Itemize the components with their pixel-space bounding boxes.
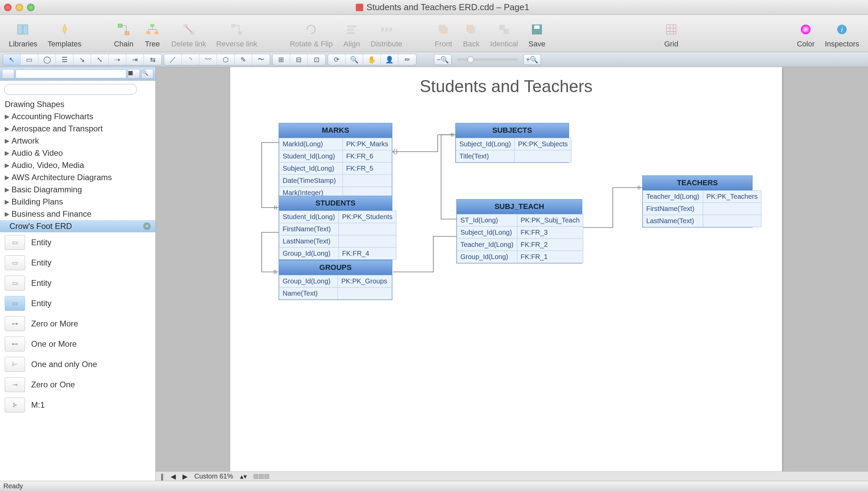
sidebar-filter-input[interactable] <box>16 69 126 78</box>
hand-tool[interactable]: ✋ <box>363 54 381 65</box>
erd-table-students[interactable]: STUDENTS Student_Id(Long)PK:PK_Students … <box>279 196 392 260</box>
page[interactable]: Students and Teachers <box>230 67 782 481</box>
grid-button[interactable]: Grid <box>658 20 684 50</box>
svg-rect-11 <box>347 25 356 27</box>
category-audio-video[interactable]: ▶Audio & Video <box>0 147 155 159</box>
snap3-tool[interactable]: ⊡ <box>308 54 325 65</box>
shape-entity-2[interactable]: ▭Entity <box>0 253 155 273</box>
connector2-tool[interactable]: ⤡ <box>91 54 109 65</box>
category-aerospace[interactable]: ▶Aerospace and Transport <box>0 123 155 135</box>
svg-rect-10 <box>238 31 242 35</box>
zoom-in-button[interactable]: +🔍 <box>523 54 541 65</box>
chain-button[interactable]: Chain <box>110 20 137 50</box>
align-button[interactable]: Align <box>339 20 365 50</box>
svg-rect-9 <box>231 24 235 27</box>
close-icon[interactable]: × <box>143 222 151 230</box>
sidebar-grid-view[interactable]: ▦ <box>128 69 140 79</box>
svg-point-27 <box>801 25 810 34</box>
line-tool[interactable]: ／ <box>164 54 182 65</box>
svg-rect-6 <box>154 31 158 34</box>
rotate-flip-button[interactable]: Rotate & Flip <box>286 20 337 50</box>
pause-icon[interactable]: ‖ <box>158 472 166 481</box>
zoom-label[interactable]: Custom 61% <box>192 472 235 480</box>
connector4-tool[interactable]: ⇥ <box>126 54 144 65</box>
sidebar-view-toggle[interactable] <box>2 69 14 79</box>
sidebar-search-button[interactable]: 🔍 <box>141 69 153 79</box>
zoom-out-button[interactable]: −🔍 <box>434 54 452 65</box>
rotate-tool[interactable]: ⟳ <box>328 54 346 65</box>
libraries-button[interactable]: Libraries <box>5 20 41 50</box>
shape-one-and-only-one[interactable]: ⊢One and only One <box>0 354 155 375</box>
shape-m-1[interactable]: ⊱M:1 <box>0 395 155 415</box>
category-crows-foot[interactable]: Crow's Foot ERD× <box>0 220 155 232</box>
view-mode-2[interactable] <box>259 474 264 479</box>
eyedropper-tool[interactable]: 👤 <box>381 54 398 65</box>
view-mode-3[interactable] <box>264 474 269 479</box>
erd-table-groups[interactable]: GROUPS Group_Id(Long)PK:PK_Groups Name(T… <box>279 260 392 300</box>
svg-rect-18 <box>439 25 446 31</box>
canvas[interactable]: Students and Teachers <box>156 67 868 481</box>
curve-tool[interactable]: 〰 <box>199 54 217 65</box>
connector5-tool[interactable]: ⇆ <box>144 54 161 65</box>
snap1-tool[interactable]: ⊞ <box>273 54 290 65</box>
poly-tool[interactable]: ⬡ <box>217 54 235 65</box>
inspectors-button[interactable]: iInspectors <box>821 20 864 50</box>
zoom-tool[interactable]: 🔍 <box>346 54 363 65</box>
erd-table-subjects[interactable]: SUBJECTS Subject_Id(Long)PK:PK_Subjects … <box>455 123 569 163</box>
text-tool[interactable]: ☰ <box>56 54 73 65</box>
erd-table-subj-teach[interactable]: SUBJ_TEACH ST_Id(Long)PK:PK_Subj_Teach S… <box>456 199 582 263</box>
category-aws[interactable]: ▶AWS Architecture Diagrams <box>0 171 155 184</box>
shape-zero-or-one[interactable]: ⊸Zero or One <box>0 375 155 395</box>
library-search-input[interactable] <box>4 84 137 95</box>
erd-table-marks[interactable]: MARKS MarkId(Long)PK:PK_Marks Student_Id… <box>279 123 392 199</box>
main-toolbar: Libraries Templates Chain Tree Delete li… <box>0 15 868 52</box>
category-basic[interactable]: ▶Basic Diagramming <box>0 184 155 196</box>
delete-link-button[interactable]: Delete link <box>167 20 210 50</box>
front-button[interactable]: Front <box>431 20 456 50</box>
bezier-tool[interactable]: ✎ <box>235 54 252 65</box>
category-building[interactable]: ▶Building Plans <box>0 196 155 208</box>
next-page-button[interactable]: ▶ <box>180 472 190 481</box>
zoom-window-button[interactable] <box>27 4 35 11</box>
minimize-window-button[interactable] <box>16 4 23 11</box>
svg-rect-1 <box>23 25 28 34</box>
view-mode-1[interactable] <box>254 474 258 479</box>
connector1-tool[interactable]: ↘ <box>73 54 91 65</box>
tree-button[interactable]: Tree <box>139 20 165 50</box>
identical-button[interactable]: Identical <box>486 20 522 50</box>
save-button[interactable]: Save <box>524 20 550 50</box>
reverse-link-button[interactable]: Reverse link <box>212 20 261 50</box>
zoom-stepper-icon[interactable]: ▴▾ <box>238 472 249 481</box>
category-artwork[interactable]: ▶Artwork <box>0 135 155 147</box>
ellipse-tool[interactable]: ◯ <box>38 54 56 65</box>
templates-button[interactable]: Templates <box>43 20 85 50</box>
zoom-slider[interactable] <box>457 58 518 61</box>
svg-rect-15 <box>385 27 388 31</box>
prev-page-button[interactable]: ◀ <box>169 472 178 481</box>
titlebar: Students and Teachers ERD.cdd – Page1 <box>0 0 868 15</box>
pointer-tool[interactable]: ↖ <box>3 54 21 65</box>
category-business[interactable]: ▶Business and Finance <box>0 208 155 220</box>
freehand-tool[interactable]: 〜 <box>252 54 270 65</box>
erd-table-teachers[interactable]: TEACHERS Teacher_Id(Long)PK:PK_Teachers … <box>642 175 753 228</box>
shape-zero-or-more[interactable]: ⊶Zero or More <box>0 314 155 334</box>
color-button[interactable]: Color <box>793 20 819 50</box>
category-avm[interactable]: ▶Audio, Video, Media <box>0 159 155 171</box>
shape-entity-3[interactable]: ▭Entity <box>0 273 155 293</box>
back-button[interactable]: Back <box>458 20 484 50</box>
svg-rect-22 <box>503 29 509 34</box>
connector3-tool[interactable]: ⇢ <box>109 54 126 65</box>
svg-rect-13 <box>347 32 355 34</box>
rect-tool[interactable]: ▭ <box>21 54 38 65</box>
close-window-button[interactable] <box>4 4 12 11</box>
shape-entity-1[interactable]: ▭Entity <box>0 232 155 253</box>
shape-entity-4[interactable]: ▭Entity <box>0 293 155 314</box>
window-controls <box>4 4 35 11</box>
category-accounting[interactable]: ▶Accounting Flowcharts <box>0 110 155 123</box>
arc-tool[interactable]: ◝ <box>182 54 199 65</box>
svg-rect-3 <box>125 31 129 35</box>
crop-tool[interactable]: ✏ <box>398 54 416 65</box>
shape-one-or-more[interactable]: ⊷One or More <box>0 334 155 354</box>
distribute-button[interactable]: Distribute <box>367 20 406 50</box>
snap2-tool[interactable]: ⊟ <box>290 54 308 65</box>
